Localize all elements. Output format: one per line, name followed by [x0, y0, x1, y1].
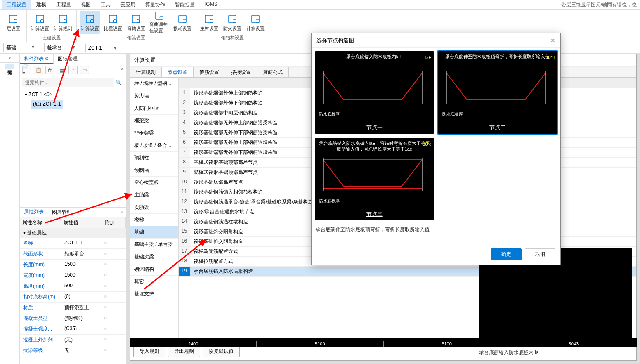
category-item[interactable]: 剪力墙: [130, 90, 178, 102]
copy-icon[interactable]: 📋: [34, 66, 43, 74]
ribbon-button[interactable]: 弯曲调整值设置: [149, 11, 169, 34]
prop-row[interactable]: 宽度(mm)1500○: [20, 270, 126, 281]
prop-row[interactable]: 抗渗等级无○: [20, 345, 126, 356]
prop-row[interactable]: 相对底标高(m)(0)○: [20, 292, 126, 303]
search-input[interactable]: [22, 78, 114, 87]
close-icon[interactable]: ✕: [550, 37, 555, 44]
ribbon-button[interactable]: 防火设置: [222, 11, 242, 34]
menu-item[interactable]: 工程设置: [2, 0, 31, 9]
menu-item[interactable]: IGMS: [200, 0, 222, 9]
prop-row[interactable]: 混凝土类型(预拌砼)○: [20, 313, 126, 324]
menu-item[interactable]: 建模: [31, 0, 51, 9]
vertical-tab[interactable]: 要体撮: [5, 64, 14, 69]
prop-tab[interactable]: 图层管理: [48, 208, 76, 217]
filter-icon[interactable]: ▭: [80, 66, 89, 74]
svg-point-19: [233, 19, 236, 23]
svg-point-21: [256, 19, 259, 23]
node-thumbnail[interactable]: 承台底筋锚入防水底板内laE，弯锚时弯折长度大于等于取所输入值，且总锚长度大于等…: [315, 138, 434, 220]
side-toolbar: 📄▾ 📋 🗑 ▦ ↕ ▭ »: [20, 64, 126, 76]
prop-row[interactable]: 高度(mm)500○: [20, 281, 126, 292]
node-thumbnail[interactable]: 承台底筋锚入防水底板内laElaE防水底板厚节点一: [315, 51, 434, 134]
category-item[interactable]: 砌体结构: [130, 263, 178, 276]
dialog-tab[interactable]: 搭接设置: [225, 67, 257, 77]
svg-point-7: [90, 19, 94, 23]
dialog-tab[interactable]: 节点设置: [162, 67, 194, 77]
footer-button[interactable]: 恢复默认值: [203, 346, 240, 357]
category-item[interactable]: 基坑支护: [130, 288, 178, 300]
svg-rect-12: [156, 12, 163, 19]
dialog-tab[interactable]: 箍筋公式: [257, 67, 289, 77]
cancel-button[interactable]: 取消: [525, 248, 555, 260]
category-item[interactable]: 非框架梁: [130, 127, 178, 139]
left-rail: × 要体撮: [0, 54, 20, 364]
ribbon-button[interactable]: 计算设置: [30, 11, 50, 34]
side-tab[interactable]: 构件列表⚙: [20, 54, 54, 64]
svg-rect-18: [229, 15, 236, 23]
side-panel: 构件列表⚙图纸管理 📄▾ 📋 🗑 ▦ ↕ ▭ » 🔍 ▾ ZCT-1 <0> (…: [20, 54, 126, 364]
col-extra: 附加: [102, 217, 126, 228]
delete-icon[interactable]: 🗑: [45, 66, 54, 74]
prop-row[interactable]: 长度(mm)1500○: [20, 260, 126, 270]
ribbon-button[interactable]: 比重设置: [103, 11, 123, 34]
category-item[interactable]: 基础主梁 / 承台梁: [130, 239, 178, 251]
prop-row[interactable]: 混凝土外加剂(无)○: [20, 335, 126, 345]
instance-dropdown[interactable]: ZCT-1: [85, 44, 118, 52]
category-dropdown[interactable]: 基础: [3, 43, 36, 52]
svg-point-15: [183, 19, 186, 23]
close-icon[interactable]: ×: [118, 210, 126, 215]
menu-item[interactable]: 算量协作: [140, 0, 170, 9]
type-dropdown[interactable]: 桩承台: [44, 43, 77, 52]
menu-item[interactable]: 工具: [96, 0, 116, 9]
sort-icon[interactable]: ↕: [68, 66, 78, 74]
component-tree: ▾ ZCT-1 <0> (底) ZCT-1-1: [20, 89, 126, 207]
category-item[interactable]: 主肋梁: [130, 189, 178, 201]
menu-item[interactable]: 智能提量: [170, 0, 200, 9]
prop-row[interactable]: 混凝土强度...(C35)○: [20, 324, 126, 335]
ribbon-button[interactable]: 计算设置: [80, 11, 100, 34]
ribbon-button[interactable]: 弯钩设置: [126, 11, 146, 34]
footer-button[interactable]: 导入规则: [133, 346, 165, 357]
new-icon[interactable]: 📄▾: [22, 66, 31, 74]
prop-row[interactable]: 名称ZCT-1-1○: [20, 238, 126, 249]
close-tab[interactable]: ×: [0, 54, 19, 63]
tree-leaf[interactable]: (底) ZCT-1-1: [31, 100, 63, 109]
tree-node[interactable]: ▾ ZCT-1 <0>: [23, 90, 123, 99]
category-item[interactable]: 基础: [130, 226, 178, 239]
svg-rect-6: [86, 15, 94, 23]
ribbon-button[interactable]: 层设置: [3, 11, 23, 34]
category-item[interactable]: 人防门框墙: [130, 102, 178, 115]
ribbon-button[interactable]: 计算规则: [53, 11, 73, 34]
prop-row[interactable]: 材质预拌混凝土○: [20, 303, 126, 313]
dialog-tab[interactable]: 计算规则: [130, 67, 162, 77]
svg-point-1: [14, 19, 17, 23]
layer-icon[interactable]: ▦: [57, 66, 66, 74]
side-tab[interactable]: 图纸管理: [54, 54, 82, 64]
dialog-tab[interactable]: 箍筋设置: [194, 67, 225, 77]
prop-section[interactable]: ▾ 基础属性: [20, 228, 126, 238]
menu-item[interactable]: 工程量: [51, 0, 76, 9]
ribbon-button[interactable]: 损耗设置: [172, 11, 192, 34]
prop-row[interactable]: 截面形状矩形承台○: [20, 249, 126, 260]
footer-button[interactable]: 导出规则: [168, 346, 200, 357]
category-item[interactable]: 板 / 坡道 / 叠合...: [130, 139, 178, 152]
category-item[interactable]: 楼梯: [130, 214, 178, 226]
col-value: 属性值: [61, 217, 102, 228]
node-thumbnail[interactable]: 承台底筋伸至防水底板顶弯折，弯折长度取所输入值10*d防水底板厚节点二: [438, 51, 557, 134]
category-item[interactable]: 预制墙: [130, 164, 178, 177]
ribbon-button[interactable]: 计算设置: [246, 11, 265, 34]
category-item[interactable]: 次肋梁: [130, 201, 178, 214]
category-item[interactable]: 框架梁: [130, 115, 178, 127]
menu-item[interactable]: 视图: [76, 0, 96, 9]
chevron-right-icon[interactable]: »: [120, 66, 123, 74]
category-item[interactable]: 其它: [130, 276, 178, 288]
category-item[interactable]: 预制柱: [130, 152, 178, 164]
category-item[interactable]: 基础次梁: [130, 251, 178, 263]
ok-button[interactable]: 确定: [491, 248, 522, 260]
category-item[interactable]: 空心楼盖板: [130, 177, 178, 189]
category-item[interactable]: 柱 / 墙柱 / 型钢...: [130, 78, 178, 90]
search-icon[interactable]: 🔍: [114, 80, 123, 85]
prop-tab[interactable]: 属性列表: [20, 207, 48, 217]
ribbon-button[interactable]: 主材设置: [199, 11, 219, 34]
modal-description: 承台底筋伸至防水底板顶弯折，弯折长度取所输入值；: [315, 225, 557, 235]
menu-item[interactable]: 云应用: [116, 0, 140, 9]
